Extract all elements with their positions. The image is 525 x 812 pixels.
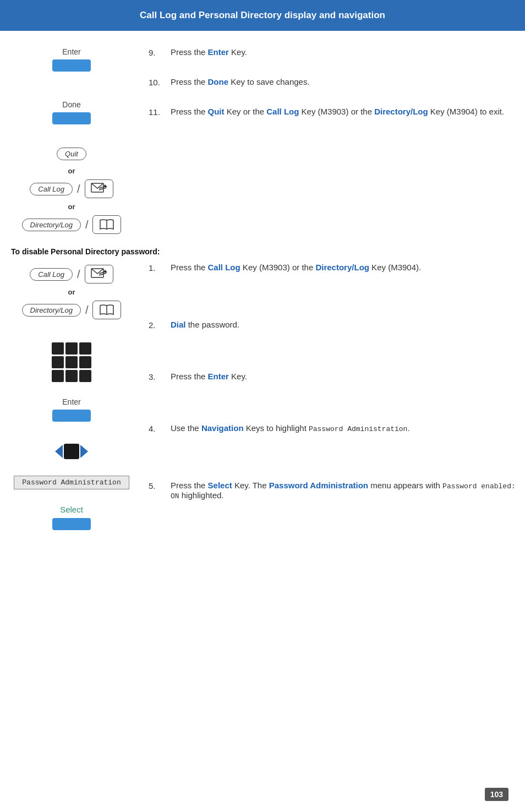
numpad-cell-8 (65, 370, 78, 382)
step-2-num: 2. (149, 320, 165, 330)
step-9: 9. Press the Enter Key. (149, 47, 519, 57)
numpad-cell-9 (79, 370, 91, 382)
quit-oval: Quit (57, 148, 86, 160)
select-label: Select (60, 505, 83, 514)
directory-log-oval-2: Directory/Log (22, 304, 81, 317)
step-10-num: 10. (149, 77, 165, 87)
step-9-num: 9. (149, 47, 165, 57)
nav-right-arrow (80, 445, 88, 458)
or-text-2: or (68, 203, 75, 211)
nav-left-arrow (55, 445, 63, 458)
directory-log-oval-1: Directory/Log (22, 219, 81, 231)
nav-keys (55, 444, 88, 459)
call-log-oval-2: Call Log (30, 268, 73, 281)
enter-button-visual-2 (52, 410, 91, 422)
done-key-group: Done (6, 100, 138, 127)
nav-center-btn (64, 444, 79, 459)
step-11: 11. Press the Quit Key or the Call Log K… (149, 107, 519, 117)
select-button-visual (52, 518, 91, 530)
call-log-row-2: Call Log / (30, 265, 113, 284)
book-icon-box-2 (92, 301, 121, 319)
book-icon-1 (99, 218, 114, 231)
message-icon-2 (91, 268, 107, 280)
or-text-3: or (68, 288, 75, 296)
step-10: 10. Press the Done Key to save changes. (149, 77, 519, 87)
step-3-num: 3. (149, 372, 165, 382)
step-5: 5. Press the Select Key. The Password Ad… (149, 481, 519, 500)
step-1: 1. Press the Call Log Key (M3903) or the… (149, 263, 519, 273)
step-4-text: Use the Navigation Keys to highlight Pas… (171, 423, 410, 433)
done-label: Done (62, 100, 80, 109)
numpad-cell-6 (79, 356, 91, 368)
message-icon-box-1 (85, 179, 113, 198)
step-5-text: Press the Select Key. The Password Admin… (171, 481, 519, 500)
step-5-num: 5. (149, 481, 165, 491)
section-heading: To disable Personal Directory password: (11, 247, 519, 256)
enter-label: Enter (62, 47, 80, 56)
message-icon-1 (91, 183, 107, 195)
directory-log-row-2: Directory/Log / (22, 301, 122, 319)
bottom-content: Call Log / or Directory/Log / (6, 263, 519, 532)
step-11-num: 11. (149, 107, 165, 117)
enter-button-visual (52, 59, 91, 72)
top-left-visuals: Enter Done Quit or Call Log / (6, 47, 138, 236)
top-right-steps: 9. Press the Enter Key. 10. Press the Do… (138, 47, 519, 236)
step-1-num: 1. (149, 263, 165, 273)
enter-key-group: Enter (6, 47, 138, 74)
enter-label-2: Enter (62, 397, 80, 406)
step-3-text: Press the Enter Key. (171, 372, 247, 381)
page-number: 103 (485, 788, 508, 801)
step-11-text: Press the Quit Key or the Call Log Key (… (171, 107, 504, 116)
numpad-cell-7 (52, 370, 64, 382)
or-text-1: or (68, 167, 75, 175)
book-icon-box-1 (92, 215, 121, 234)
book-icon-2 (99, 303, 114, 317)
page-header: Call Log and Personal Directory display … (0, 0, 525, 31)
bottom-right-steps: 1. Press the Call Log Key (M3903) or the… (138, 263, 519, 520)
enter-key-group-2: Enter (6, 397, 138, 424)
step-3: 3. Press the Enter Key. (149, 372, 519, 382)
numpad-cell-2 (65, 342, 78, 355)
numpad-cell-5 (65, 356, 78, 368)
step-1-text: Press the Call Log Key (M3903) or the Di… (171, 263, 421, 272)
numpad-cell-4 (52, 356, 64, 368)
step-2: 2. Dial the password. (149, 320, 519, 330)
numpad-cell-3 (79, 342, 91, 355)
step-4: 4. Use the Navigation Keys to highlight … (149, 423, 519, 433)
step-10-text: Press the Done Key to save changes. (171, 77, 310, 86)
numpad-cell-1 (52, 342, 64, 355)
step-4-num: 4. (149, 423, 165, 433)
quit-key-group: Quit (6, 148, 138, 160)
step-9-text: Press the Enter Key. (171, 47, 247, 57)
directory-log-row-1: Directory/Log / (22, 215, 122, 234)
step-2-text: Dial the password. (171, 320, 239, 329)
numpad (52, 342, 91, 382)
done-button-visual (52, 112, 91, 124)
call-log-row-1: Call Log / (30, 179, 113, 198)
bottom-left-visuals: Call Log / or Directory/Log / (6, 263, 138, 532)
message-icon-box-2 (85, 265, 113, 284)
bottom-section: To disable Personal Directory password: … (0, 247, 525, 532)
pwd-admin-bar: Password Administration (14, 476, 129, 489)
call-log-oval-1: Call Log (30, 183, 73, 195)
